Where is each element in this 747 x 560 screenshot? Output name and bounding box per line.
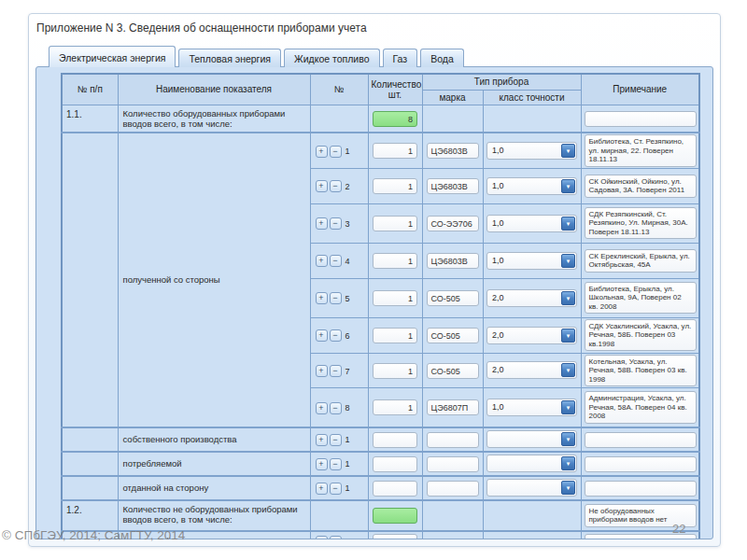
empty-brand-cell	[422, 531, 483, 540]
tab-water[interactable]: Вода	[420, 49, 464, 67]
quantity-input[interactable]: 1	[373, 253, 417, 269]
remove-row-button[interactable]: −	[330, 365, 342, 377]
brand-input[interactable]: СО-505	[427, 363, 479, 379]
remove-row-button[interactable]: −	[330, 217, 342, 230]
row-index: 6	[345, 331, 350, 341]
add-row-button[interactable]: +	[316, 402, 328, 414]
tab-heat-energy[interactable]: Тепловая энергия	[178, 49, 281, 67]
empty-accuracy-cell	[483, 531, 581, 540]
remove-row-button[interactable]: −	[330, 483, 342, 495]
brand-input[interactable]	[427, 481, 479, 497]
copyright-watermark: © СПбГЭУ, 2014; СамГТУ, 2014	[2, 528, 185, 542]
total-quantity-input[interactable]	[373, 508, 417, 524]
note-input[interactable]	[585, 456, 697, 472]
remove-row-button[interactable]: −	[330, 329, 342, 342]
accuracy-class-select[interactable]: 2,0▼	[486, 289, 577, 307]
brand-input[interactable]: ЦЭ6807П	[427, 399, 479, 415]
brand-input[interactable]: СО-ЭЭ706	[427, 216, 479, 231]
quantity-input[interactable]: 1	[373, 399, 417, 415]
note-input[interactable]: СДК Усаклинский, Усакла, ул. Речная, 58Б…	[585, 319, 697, 352]
chevron-down-icon[interactable]: ▼	[561, 291, 575, 305]
note-input[interactable]: Библиотека, Ст. Резяпкино, ул. мирная, 2…	[585, 134, 697, 167]
chevron-down-icon[interactable]: ▼	[561, 179, 575, 193]
accuracy-class-select[interactable]: 1,0▼	[486, 177, 577, 195]
accuracy-class-select[interactable]: ▼	[486, 479, 577, 497]
tab-liquid-fuel[interactable]: Жидкое топливо	[284, 49, 380, 67]
note-input[interactable]	[585, 111, 697, 127]
add-row-button[interactable]: +	[316, 536, 328, 539]
add-row-button[interactable]: +	[316, 434, 328, 446]
quantity-input[interactable]: 1	[373, 290, 417, 306]
brand-input[interactable]: ЦЭ6803В	[427, 253, 479, 269]
header-indicator: Наименование показателя	[118, 74, 310, 105]
remove-row-button[interactable]: −	[330, 146, 342, 158]
add-row-button[interactable]: +	[316, 458, 328, 470]
note-input[interactable]: СК Ереклинский, Ерыкла, ул. Октябрьская,…	[585, 249, 697, 273]
tab-gas[interactable]: Газ	[383, 49, 418, 67]
accuracy-class-select[interactable]: 2,0▼	[486, 327, 577, 344]
add-row-button[interactable]: +	[316, 292, 328, 304]
quantity-input[interactable]	[373, 456, 417, 472]
remove-row-button[interactable]: −	[330, 458, 342, 470]
tab-electric-energy[interactable]: Электрическая энергия	[49, 46, 176, 67]
remove-row-button[interactable]: −	[330, 536, 342, 539]
accuracy-class-select[interactable]: ▼	[486, 455, 577, 472]
remove-row-button[interactable]: −	[330, 402, 342, 414]
chevron-down-icon[interactable]: ▼	[561, 432, 575, 446]
chevron-down-icon[interactable]: ▼	[561, 217, 575, 231]
header-brand: марка	[422, 90, 483, 105]
accuracy-class-select[interactable]: 2,0▼	[486, 361, 577, 379]
brand-input[interactable]: ЦЭ6803В	[427, 178, 479, 194]
quantity-input[interactable]: 1	[373, 328, 417, 343]
table-row: потребляемой +−1 ▼	[62, 452, 699, 476]
quantity-input[interactable]	[373, 534, 417, 539]
note-input[interactable]	[585, 481, 697, 497]
brand-input[interactable]	[427, 456, 479, 472]
note-input[interactable]	[585, 432, 697, 448]
accuracy-class-select[interactable]: 1,0▼	[486, 399, 577, 416]
accuracy-class-select[interactable]: 1,0▼	[486, 215, 577, 232]
quantity-input[interactable]: 1	[373, 363, 417, 379]
chevron-down-icon[interactable]: ▼	[561, 363, 575, 377]
quantity-input[interactable]: 1	[373, 143, 417, 159]
chevron-down-icon[interactable]: ▼	[561, 400, 575, 414]
chevron-down-icon[interactable]: ▼	[561, 456, 575, 470]
remove-row-button[interactable]: −	[330, 434, 342, 446]
chevron-down-icon[interactable]: ▼	[561, 329, 575, 343]
add-row-button[interactable]: +	[316, 365, 328, 377]
add-row-button[interactable]: +	[316, 217, 328, 230]
chevron-down-icon[interactable]: ▼	[561, 144, 575, 158]
add-row-button[interactable]: +	[316, 329, 328, 342]
quantity-input[interactable]	[373, 432, 417, 448]
brand-input[interactable]	[427, 432, 479, 448]
chevron-down-icon[interactable]: ▼	[561, 481, 575, 495]
section-code: 1.1.	[62, 105, 118, 133]
empty-num-cell	[310, 105, 368, 133]
brand-input[interactable]: СО-505	[427, 290, 479, 306]
total-quantity-input[interactable]: 8	[373, 111, 417, 127]
note-input[interactable]: СК Ойкинский, Ойкино, ул. Садовая, 3А. П…	[585, 175, 697, 198]
slide-number: 22	[672, 522, 685, 536]
empty-num-cell	[310, 500, 368, 531]
accuracy-class-select[interactable]: 1,0▼	[486, 142, 577, 160]
add-row-button[interactable]: +	[316, 255, 328, 267]
accuracy-class-select[interactable]: 1,0▼	[486, 252, 577, 270]
chevron-down-icon[interactable]: ▼	[561, 254, 575, 268]
note-input[interactable]: Библиотека, Ерыкла, ул. Школьная, 9А, По…	[585, 282, 697, 315]
add-row-button[interactable]: +	[316, 180, 328, 192]
quantity-input[interactable]	[373, 481, 417, 497]
remove-row-button[interactable]: −	[330, 180, 342, 192]
add-row-button[interactable]: +	[316, 483, 328, 495]
brand-input[interactable]: СО-505	[427, 328, 479, 343]
quantity-input[interactable]: 1	[373, 216, 417, 231]
remove-row-button[interactable]: −	[330, 255, 342, 267]
remove-row-button[interactable]: −	[330, 292, 342, 304]
add-row-button[interactable]: +	[316, 146, 328, 158]
note-input[interactable]: СДК Резяпкинский, Ст. Резяпкино, Ул. Мир…	[585, 207, 697, 240]
tab-page-electric-energy: № п/п Наименование показателя № Количест…	[35, 66, 713, 539]
quantity-input[interactable]: 1	[373, 178, 417, 194]
note-input[interactable]: Котельная, Усакла, ул. Речная, 58В. Пове…	[585, 355, 697, 387]
note-input[interactable]: Администрация, Усакла, ул. Речная, 58А. …	[585, 391, 697, 424]
brand-input[interactable]: ЦЭ6803В	[427, 143, 479, 159]
accuracy-class-select[interactable]: ▼	[486, 430, 577, 448]
